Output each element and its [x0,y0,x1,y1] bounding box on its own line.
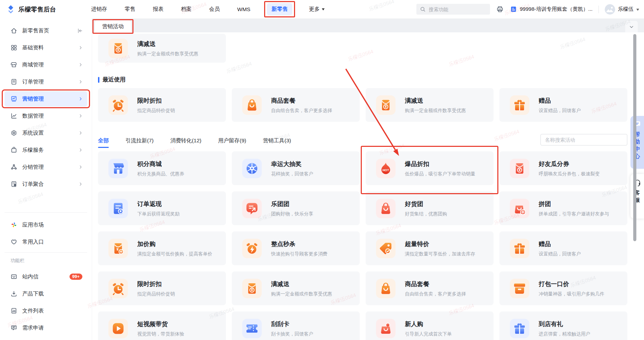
sidebar-item-订单聚合[interactable]: 订单聚合 [5,176,87,192]
activity-card-好货团[interactable]: 好货团好货集结，优惠团购 [366,191,494,225]
sidebar-divider [5,212,87,213]
activity-card-幸运大抽奖[interactable]: 幸运大抽奖花样抽奖，回馈客户 [232,151,360,185]
card-desc: 刮卡抽奖，回馈客户 [271,331,313,337]
app-logo[interactable]: 乐檬零售后台 [6,5,90,14]
activity-card-recent-商品套餐[interactable]: 商品套餐自由组合售卖，客户更多选择 [232,88,360,122]
personbag-icon [376,319,396,338]
sidebar-item-需求申请[interactable]: 需求申请 [5,320,87,335]
help-center-tab[interactable]: 帮助中心 [630,116,644,169]
activity-card-recent-满减送[interactable]: ¥满减送购满一定金额或件数享受优惠 [366,88,494,122]
nav-item-新零售[interactable]: 新零售 [267,3,292,15]
activity-card-到店有礼[interactable]: 到店有礼进店弹窗，精准触达用户 [499,311,627,340]
marketing-icon [10,95,17,102]
activity-card-新人购[interactable]: 新人购引导新人完成首次下单 [366,311,494,340]
sidebar-item-新零售首页[interactable]: 新零售首页 [5,23,87,38]
activity-card-top-满减送[interactable]: ¥满减送购满一定金额或件数享受优惠 [98,34,226,63]
printer-icon[interactable] [496,5,504,13]
main-content: ¥满减送购满一定金额或件数享受优惠 最近使用 限时折扣指定商品特价促销商品套餐自… [92,32,644,340]
activity-card-刮刮卡[interactable]: 刮刮卡刮卡抽奖，回馈客户 [232,311,360,340]
sidebar-item-产品下载[interactable]: 产品下载 [5,286,87,301]
card-desc: 指定商品特价促销 [137,291,175,297]
category-tab-消费转化(12)[interactable]: 消费转化(12) [170,133,202,148]
tab-marketing-activity[interactable]: 营销活动 [95,21,131,32]
user-menu[interactable]: 乐檬伍 [605,4,639,15]
activity-card-爆品折扣[interactable]: HOT爆品折扣低价爆品，吸引客户下单带动销量 [366,151,494,185]
sidebar-item-label: 新零售首页 [22,27,49,34]
card-text: 到店有礼进店弹窗，精准触达用户 [539,320,590,337]
account-selector[interactable]: 99998-培训专用账套（黄凯）... [510,6,593,13]
sidebar-item-系统设置[interactable]: 系统设置 [5,125,87,141]
card-title: 新人购 [405,320,452,328]
activity-card-积分商城[interactable]: 积分商城积分兑换商品、优惠券 [98,151,226,185]
recent-section-title: 最近使用 [103,76,125,84]
sidebar-item-数据管理[interactable]: 数据管理 [5,108,87,124]
card-desc: 下单后获得返现奖励 [137,211,180,217]
card-title: 加价购 [137,240,212,248]
global-search[interactable] [416,4,490,15]
collapse-sidebar-icon[interactable] [77,28,83,34]
activity-card-超量特价[interactable]: 超量特价满指定数量可享低价，加速去库存 [366,231,494,265]
activity-card-商品套餐[interactable]: 商品套餐自由组合售卖，客户更多选择 [366,271,494,305]
top-navbar: 乐檬零售后台 进销存零售报表档案会员WMS新零售更多 99998-培训专用账套（… [0,0,644,18]
sidebar-item-常用入口[interactable]: 常用入口 [5,234,87,250]
activity-card-订单返现[interactable]: 订单返现下单后获得返现奖励 [98,191,226,225]
nav-item-报表[interactable]: 报表 [152,3,164,15]
category-tab-全部[interactable]: 全部 [98,133,109,148]
activity-card-打包一口价[interactable]: 打包一口价冲销量神器，吸引用户多购几件 [499,271,627,305]
activity-card-整点秒杀[interactable]: 整点秒杀快速抢购引导顾客更多消费 [232,231,360,265]
sidebar-item-分销管理[interactable]: 分销管理 [5,159,87,175]
category-tab-引流拉新(7)[interactable]: 引流拉新(7) [125,133,154,148]
packet-icon: ¥ [376,95,396,115]
sidebar-item-站内信[interactable]: 站内信99+ [5,269,87,284]
activity-search-input[interactable] [540,134,627,145]
card-text: 满减送购满一定金额或件数享受优惠 [271,280,332,297]
activity-card-乐团团[interactable]: 乐团团团购好物，快乐分享 [232,191,360,225]
logo-text: 乐檬零售后台 [18,5,56,14]
flame-icon: HOT [376,159,396,178]
customer-service-tab[interactable]: 客服 [630,174,644,219]
category-tab-营销工具(3)[interactable]: 营销工具(3) [263,133,291,148]
sidebar-item-营销管理[interactable]: 营销管理 [5,91,87,106]
category-tab-用户留存(9)[interactable]: 用户留存(9) [218,133,246,148]
nav-item-会员[interactable]: 会员 [209,3,221,15]
sidebar-item-label: 文件列表 [22,307,44,315]
nav-item-WMS[interactable]: WMS [237,4,251,15]
sidebar-item-乐檬服务[interactable]: 乐檬服务 [5,142,87,158]
activity-card-加价购[interactable]: ¥加价购满指定金额可低价换购，提高客单价 [98,231,226,265]
chat-icon [242,199,262,218]
activity-card-好友瓜分券[interactable]: ¥好友瓜分券呼朋唤友瓜分券包，极速裂变 [499,151,627,185]
svg-text:¥: ¥ [385,105,387,109]
card-text: 好货团好货集结，优惠团购 [405,200,447,217]
card-title: 刮刮卡 [271,320,313,328]
sidebar-item-商城管理[interactable]: 商城管理 [5,57,87,72]
sidebar-item-label: 应用市场 [22,221,44,229]
sidebar-item-label: 订单聚合 [22,181,44,188]
activity-card-recent-限时折扣[interactable]: 限时折扣指定商品特价促销 [98,88,226,122]
nav-item-档案[interactable]: 档案 [180,3,193,15]
sidebar-item-基础资料[interactable]: 基础资料 [5,40,87,55]
sidebar-item-订单管理[interactable]: 订单管理 [5,74,87,89]
card-text: 积分商城积分兑换商品、优惠券 [137,160,184,177]
sidebar-item-label: 常用入口 [22,238,44,246]
store-icon [108,159,128,178]
sidebar-item-应用市场[interactable]: 应用市场 [5,217,87,232]
nav-item-更多[interactable]: 更多 [308,3,325,15]
activity-card-短视频带货[interactable]: 短视频带货视觉营销，带货新体验 [98,311,226,340]
card-title: 商品套餐 [271,96,332,105]
activity-card-限时折扣[interactable]: 限时折扣指定商品特价促销 [98,271,226,305]
card-text: 加价购满指定金额可低价换购，提高客单价 [137,240,212,257]
activity-card-满减送[interactable]: ¥满减送购满一定金额或件数享受优惠 [232,271,360,305]
sidebar-item-文件列表[interactable]: 文件列表 [5,303,87,318]
card-title: 好货团 [405,200,447,208]
nav-item-零售[interactable]: 零售 [124,3,136,15]
activity-card-赠品[interactable]: 赠品设置赠品，回馈客户 [499,231,627,265]
chevron-right-icon [78,96,83,101]
global-search-input[interactable] [428,6,487,13]
activity-card-拼团[interactable]: 拼团拼单成团，引导客户邀请好友参与 [499,191,627,225]
packetplus-icon: ¥ [108,239,128,258]
activity-card-recent-赠品[interactable]: 赠品设置赠品，回馈客户 [499,88,627,122]
sidebar-item-label: 需求申请 [22,324,44,332]
nav-item-进销存[interactable]: 进销存 [90,3,108,15]
strip-collapse-button[interactable] [625,21,638,32]
vertical-scrollbar[interactable] [633,34,636,241]
